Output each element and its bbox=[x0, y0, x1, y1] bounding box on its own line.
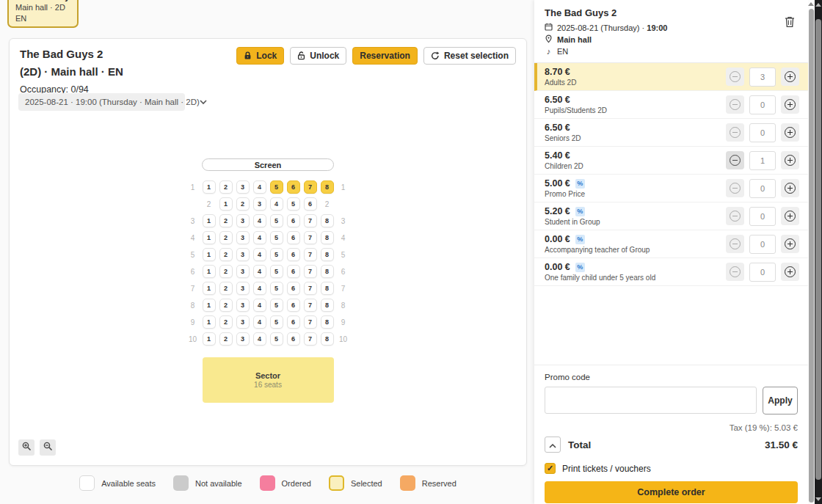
quantity-input[interactable] bbox=[749, 263, 776, 282]
seat-available[interactable]: 2 bbox=[219, 332, 233, 346]
browser-scroll-up-icon[interactable] bbox=[815, 3, 821, 7]
increase-button[interactable] bbox=[781, 179, 799, 197]
seat-selected[interactable]: 7 bbox=[304, 180, 317, 194]
increase-button[interactable] bbox=[781, 235, 799, 253]
seat-available[interactable]: 6 bbox=[304, 197, 317, 211]
seat-available[interactable]: 6 bbox=[287, 231, 300, 244]
lock-button[interactable]: Lock bbox=[236, 47, 284, 65]
quantity-input[interactable] bbox=[749, 67, 776, 87]
seat-available[interactable]: 7 bbox=[304, 231, 317, 244]
decrease-button[interactable] bbox=[726, 179, 744, 197]
seat-available[interactable]: 8 bbox=[321, 315, 334, 329]
quantity-input[interactable] bbox=[749, 207, 776, 226]
delete-order-button[interactable] bbox=[783, 15, 796, 32]
seat-available[interactable]: 6 bbox=[287, 214, 300, 227]
seat-available[interactable]: 3 bbox=[236, 214, 250, 227]
seat-available[interactable]: 3 bbox=[236, 231, 250, 244]
seat-available[interactable]: 3 bbox=[236, 180, 250, 194]
complete-order-button[interactable]: Complete order bbox=[545, 481, 798, 503]
increase-button[interactable] bbox=[781, 207, 799, 225]
panel-scrollbar-thumb[interactable] bbox=[809, 9, 814, 503]
seat-available[interactable]: 6 bbox=[287, 282, 300, 295]
decrease-button[interactable] bbox=[726, 151, 744, 169]
seat-available[interactable]: 1 bbox=[203, 265, 216, 278]
seat-available[interactable]: 8 bbox=[321, 332, 334, 346]
seat-available[interactable]: 6 bbox=[287, 315, 300, 329]
seat-selected[interactable]: 8 bbox=[321, 180, 334, 194]
seat-available[interactable]: 5 bbox=[270, 315, 283, 329]
browser-scrollbar[interactable] bbox=[815, 0, 822, 504]
reset-selection-button[interactable]: Reset selection bbox=[423, 47, 516, 65]
increase-button[interactable] bbox=[781, 95, 799, 114]
seat-available[interactable]: 1 bbox=[219, 197, 233, 211]
seat-available[interactable]: 4 bbox=[253, 315, 266, 329]
seat-available[interactable]: 1 bbox=[203, 299, 216, 312]
seat-available[interactable]: 2 bbox=[219, 315, 233, 329]
seat-available[interactable]: 4 bbox=[253, 180, 266, 194]
seat-available[interactable]: 4 bbox=[253, 265, 266, 278]
seat-available[interactable]: 5 bbox=[270, 332, 283, 346]
seat-available[interactable]: 3 bbox=[236, 315, 250, 329]
seat-available[interactable]: 4 bbox=[253, 299, 266, 312]
seat-available[interactable]: 3 bbox=[236, 248, 250, 261]
quantity-input[interactable] bbox=[749, 151, 776, 170]
decrease-button[interactable] bbox=[726, 235, 744, 253]
seat-available[interactable]: 8 bbox=[321, 265, 334, 278]
seat-available[interactable]: 2 bbox=[236, 197, 250, 211]
seat-available[interactable]: 6 bbox=[287, 265, 300, 278]
seat-available[interactable]: 2 bbox=[219, 231, 233, 244]
seat-available[interactable]: 6 bbox=[287, 332, 300, 346]
seat-available[interactable]: 2 bbox=[219, 265, 233, 278]
quantity-input[interactable] bbox=[749, 123, 776, 142]
increase-button[interactable] bbox=[781, 263, 799, 281]
browser-scrollbar-thumb[interactable] bbox=[815, 19, 821, 480]
seat-available[interactable]: 6 bbox=[287, 248, 300, 261]
seat-available[interactable]: 2 bbox=[219, 299, 233, 312]
seat-available[interactable]: 7 bbox=[304, 299, 317, 312]
browser-scroll-down-icon[interactable] bbox=[815, 497, 821, 501]
seat-available[interactable]: 7 bbox=[304, 332, 317, 346]
decrease-button[interactable] bbox=[726, 207, 744, 225]
increase-button[interactable] bbox=[781, 123, 799, 142]
seat-available[interactable]: 8 bbox=[321, 299, 334, 312]
seat-available[interactable]: 3 bbox=[236, 299, 250, 312]
seat-available[interactable]: 1 bbox=[203, 315, 216, 329]
seat-available[interactable]: 4 bbox=[253, 332, 266, 346]
seat-available[interactable]: 5 bbox=[270, 248, 283, 261]
seat-available[interactable]: 4 bbox=[253, 282, 266, 295]
seat-available[interactable]: 8 bbox=[321, 214, 334, 227]
decrease-button[interactable] bbox=[726, 95, 744, 114]
seat-available[interactable]: 7 bbox=[304, 282, 317, 295]
seat-available[interactable]: 3 bbox=[236, 265, 250, 278]
seat-available[interactable]: 2 bbox=[219, 214, 233, 227]
collapse-total-button[interactable] bbox=[545, 437, 561, 453]
sector-block[interactable]: Sector 16 seats bbox=[203, 357, 334, 403]
seat-available[interactable]: 5 bbox=[270, 214, 283, 227]
seat-available[interactable]: 2 bbox=[219, 248, 233, 261]
unlock-button[interactable]: Unlock bbox=[290, 47, 346, 65]
seat-available[interactable]: 7 bbox=[304, 248, 317, 261]
zoom-out-button[interactable] bbox=[40, 439, 56, 456]
seat-selected[interactable]: 5 bbox=[270, 180, 283, 194]
seat-available[interactable]: 5 bbox=[270, 282, 283, 295]
scroll-up-arrow-icon[interactable] bbox=[808, 2, 814, 6]
seat-available[interactable]: 1 bbox=[203, 180, 216, 194]
decrease-button[interactable] bbox=[726, 67, 744, 86]
seat-available[interactable]: 8 bbox=[321, 282, 334, 295]
apply-button[interactable]: Apply bbox=[763, 387, 798, 414]
promo-code-input[interactable] bbox=[545, 387, 757, 414]
panel-scrollbar[interactable] bbox=[808, 0, 815, 504]
seat-available[interactable]: 8 bbox=[321, 231, 334, 244]
seat-available[interactable]: 8 bbox=[321, 248, 334, 261]
seat-available[interactable]: 6 bbox=[287, 299, 300, 312]
schedule-mini-card[interactable]: The Bad Guys 2 Main hall · 2D EN bbox=[7, 0, 79, 28]
seat-available[interactable]: 7 bbox=[304, 265, 317, 278]
seat-available[interactable]: 7 bbox=[304, 214, 317, 227]
quantity-input[interactable] bbox=[749, 95, 776, 114]
seat-available[interactable]: 1 bbox=[203, 231, 216, 244]
seat-available[interactable]: 4 bbox=[270, 197, 283, 211]
print-checkbox[interactable] bbox=[545, 463, 556, 474]
seat-available[interactable]: 2 bbox=[219, 180, 233, 194]
seat-available[interactable]: 1 bbox=[203, 214, 216, 227]
seat-available[interactable]: 4 bbox=[253, 231, 266, 244]
